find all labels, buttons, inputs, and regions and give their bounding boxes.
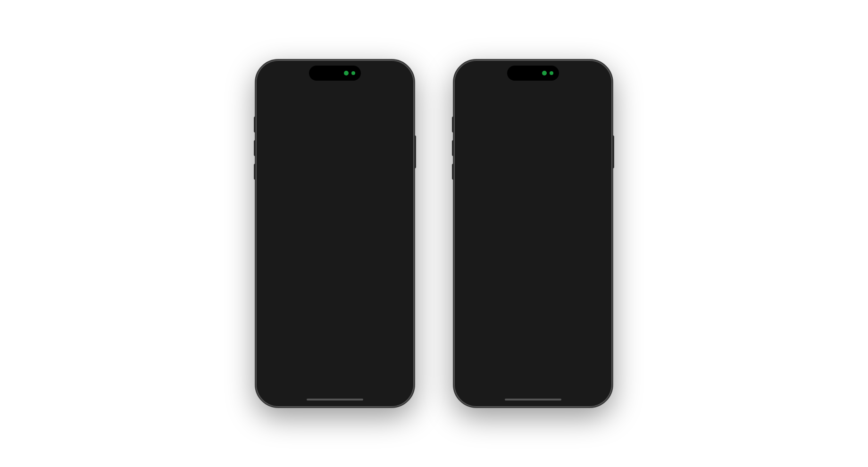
svg-point-23 <box>544 88 547 91</box>
back-label-right: < Back <box>466 88 486 96</box>
sheet-handle-right <box>525 148 542 150</box>
list-item[interactable]: Male 5 Handicap <box>260 305 409 327</box>
item-label: Male 5 Handicap <box>268 312 321 320</box>
svg-rect-16 <box>564 74 565 78</box>
section-title-right: Player Ability Comparisons <box>466 126 600 136</box>
item-label: Female 5 Handicap <box>466 305 527 313</box>
list-item[interactable]: Female Scratch Handicap <box>459 277 608 299</box>
page-title-left: Display Preferences <box>268 108 402 122</box>
back-button-left[interactable]: < Back <box>268 88 288 96</box>
bottom-sheet-right[interactable]: ✕ LPGA TOUR - Top 25 Players LPGA TOUR -… <box>459 143 608 402</box>
svg-rect-20 <box>589 75 590 76</box>
item-label: TOUR - Top 25 Players <box>268 182 341 190</box>
item-label: LPGA TOUR - Average <box>466 197 538 205</box>
svg-line-22 <box>533 92 534 94</box>
chevron-icon-right[interactable]: ▾ <box>591 90 600 95</box>
island-camera-dot-right <box>542 71 547 75</box>
list-item[interactable]: Female D1 College - Top 25 Players <box>459 212 608 234</box>
back-button-right[interactable]: < Back <box>466 88 486 96</box>
item-label: LPGA TOUR - Top 25 Players <box>466 175 559 183</box>
phone-screen-left: 10:09 <box>260 65 409 402</box>
item-label: TOUR - Average <box>268 203 320 211</box>
list-item[interactable]: Male D1 College - Top 25 Players <box>260 218 409 240</box>
item-label: Male 10 Handicap <box>268 334 325 342</box>
phone-left: 10:09 <box>255 59 415 408</box>
svg-rect-5 <box>381 73 389 77</box>
svg-rect-17 <box>566 73 567 78</box>
list-item[interactable]: Female Plus Handicap <box>459 255 608 277</box>
wifi-icon-left <box>371 73 378 78</box>
item-label: Female D1 College <box>466 240 526 248</box>
item-label: Male 15 Handicap <box>268 355 325 363</box>
dynamic-island-left <box>309 66 361 81</box>
svg-rect-6 <box>391 74 392 76</box>
sheet-list-right: LPGA TOUR - Top 25 Players LPGA TOUR - A… <box>459 168 608 385</box>
plus-icon-left[interactable] <box>376 87 386 97</box>
battery-svg-left <box>381 72 392 78</box>
status-icons-right: 84 <box>559 73 598 78</box>
item-label: Female D1 College - Top 25 Players <box>466 218 580 226</box>
list-item[interactable]: Male Plus Handicap <box>260 262 409 284</box>
list-item[interactable]: TOUR - Top 25 Players <box>459 342 608 364</box>
svg-rect-15 <box>561 75 563 78</box>
list-item[interactable]: LPGA TOUR - Top 25 Players <box>459 168 608 190</box>
status-time-right: 10:19 <box>468 71 485 79</box>
close-button-right[interactable]: ✕ <box>590 154 601 166</box>
section-title-left: Player Ability Comparisons <box>268 133 402 143</box>
search-icon-left[interactable] <box>328 87 338 97</box>
chevron-icon-left[interactable]: ▾ <box>392 90 402 95</box>
check-mark: ✓ <box>594 197 600 205</box>
home-indicator-left <box>307 399 363 400</box>
list-item[interactable]: Male 15 Handicap <box>260 349 409 370</box>
nav-bar-left: < Back ▾ <box>260 83 409 102</box>
svg-rect-3 <box>367 73 369 78</box>
signal-icon-left <box>361 73 369 78</box>
list-item[interactable]: LPGA TOUR - Top 25 Players <box>260 370 409 392</box>
page-title-right: Display Preferences <box>466 108 600 118</box>
bell-icon-left[interactable] <box>360 87 370 97</box>
svg-point-10 <box>349 88 352 91</box>
list-item[interactable]: LPGA TOUR - Average ✓ <box>459 190 608 212</box>
item-label: Male Plus Handicap <box>268 268 331 276</box>
battery-icon-left <box>381 72 392 79</box>
item-label: TOUR - Top 25 Players <box>466 349 539 357</box>
svg-point-9 <box>346 88 349 91</box>
search-icon-right[interactable] <box>526 87 536 97</box>
list-item[interactable]: Female D1 College <box>459 234 608 255</box>
island-sensor-dot-right <box>550 71 553 75</box>
sheet-close-row-left: ✕ <box>260 160 409 175</box>
dynamic-island-right <box>507 66 559 81</box>
bottom-sheet-left[interactable]: ✕ TOUR - Top 25 Players TOUR - Average ✓… <box>260 150 409 402</box>
bell-icon-right[interactable] <box>559 87 568 97</box>
list-item[interactable]: Female 5 Handicap <box>459 299 608 320</box>
list-item[interactable]: Male Scratch Handicap <box>260 284 409 305</box>
item-label: Female Plus Handicap <box>466 262 537 270</box>
section-title-area-left: Player Ability Comparisons <box>260 130 409 150</box>
person-icon-left[interactable] <box>344 87 354 97</box>
island-sensor-dot <box>351 71 355 75</box>
list-item[interactable]: TOUR - Average <box>459 364 608 385</box>
item-label: Female 10 Handicap <box>466 327 531 335</box>
sheet-list-left: TOUR - Top 25 Players TOUR - Average ✓ M… <box>260 175 409 392</box>
close-button-left[interactable]: ✕ <box>392 161 403 172</box>
phone-right: 10:19 <box>453 59 613 408</box>
island-camera-dot <box>344 71 349 75</box>
page-title-section-left: Display Preferences <box>260 102 409 130</box>
status-time-left: 10:09 <box>270 71 287 79</box>
list-item[interactable]: Male 10 Handicap <box>260 327 409 349</box>
battery-label-right: 84 <box>593 73 598 78</box>
nav-icons-left: ▾ <box>328 87 402 97</box>
home-indicator-right <box>505 399 561 400</box>
person-icon-right[interactable] <box>542 87 552 97</box>
list-item[interactable]: TOUR - Average ✓ <box>260 197 409 218</box>
item-label: Male D1 College <box>268 247 320 255</box>
list-item[interactable]: Female 10 Handicap <box>459 320 608 342</box>
list-item[interactable]: TOUR - Top 25 Players <box>260 175 409 197</box>
sheet-handle-area-left <box>260 150 409 160</box>
check-mark: ✓ <box>396 204 402 211</box>
sheet-handle-left <box>326 154 343 156</box>
item-label: Male D1 College - Top 25 Players <box>268 225 373 233</box>
svg-point-24 <box>547 88 550 91</box>
list-item[interactable]: Male D1 College <box>260 240 409 262</box>
plus-icon-right[interactable] <box>575 87 584 97</box>
